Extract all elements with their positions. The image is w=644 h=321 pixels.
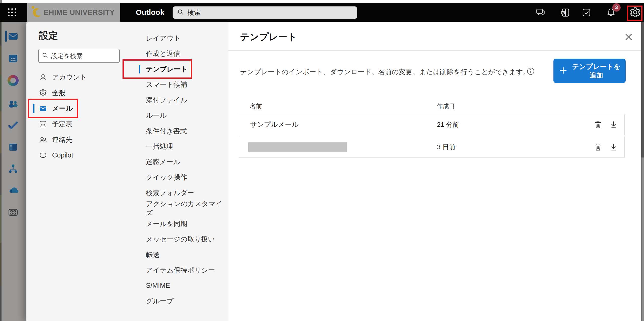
calendar-icon <box>39 120 47 128</box>
section-customize-actions[interactable]: アクションのカスタマイズ <box>146 201 229 216</box>
app-launcher-waffle-icon[interactable] <box>7 7 17 17</box>
table-row[interactable]: サンプルメール 21 分前 <box>239 114 625 135</box>
search-icon <box>177 9 184 16</box>
section-forwarding[interactable]: 転送 <box>146 247 229 263</box>
column-header-name: 名前 <box>250 102 262 110</box>
notification-badge: 3 <box>612 3 621 12</box>
download-icon[interactable] <box>609 142 619 152</box>
plus-icon <box>558 66 568 76</box>
section-label: メッセージの取り扱い <box>146 235 215 244</box>
category-copilot[interactable]: Copilot <box>33 147 127 163</box>
gear-icon <box>39 89 47 97</box>
page-title: テンプレート <box>240 31 297 43</box>
settings-search-placeholder: 設定を検索 <box>51 52 83 60</box>
ehime-logo-text: EHIME UNIVERSITY <box>44 8 115 17</box>
annotation-box-mail-category <box>28 99 78 118</box>
search-placeholder: 検索 <box>187 8 200 17</box>
people-icon <box>39 136 47 144</box>
panel-description: テンプレートのインポート、ダウンロード、名前の変更、または削除を行うことができま… <box>240 67 530 76</box>
section-label: グループ <box>146 297 174 306</box>
section-label: 検索フォルダー <box>146 188 194 197</box>
add-button-line1: テンプレートを <box>572 63 621 70</box>
ehime-logo-mark-icon <box>31 5 41 20</box>
todo-icon[interactable] <box>581 7 592 18</box>
svg-text:N: N <box>562 11 564 14</box>
template-created: 3 日前 <box>437 136 456 157</box>
section-retention-policies[interactable]: アイテム保持ポリシー <box>146 263 229 278</box>
column-header-created: 作成日 <box>437 102 455 110</box>
category-label: アカウント <box>52 73 87 82</box>
table-row[interactable]: 3 日前 <box>239 136 625 158</box>
section-label: アイテム保持ポリシー <box>146 266 215 275</box>
panel-divider <box>228 50 641 51</box>
section-label: アクションのカスタマイズ <box>146 199 229 217</box>
section-sweep[interactable]: 一括処理 <box>146 139 229 154</box>
section-rules[interactable]: ルール <box>146 108 229 124</box>
add-template-button[interactable]: テンプレートを 追加 <box>553 59 626 83</box>
section-smime[interactable]: S/MIME <box>146 278 229 294</box>
copilot-icon <box>39 151 47 159</box>
category-label: Copilot <box>52 151 73 159</box>
category-calendar[interactable]: 予定表 <box>33 116 127 132</box>
category-account[interactable]: アカウント <box>33 69 127 85</box>
person-icon <box>39 73 47 81</box>
teams-chat-icon[interactable] <box>535 7 546 18</box>
section-label: 条件付き書式 <box>146 127 187 136</box>
section-label: 転送 <box>146 250 159 259</box>
annotation-box-template-section <box>123 59 192 79</box>
section-junk-email[interactable]: 迷惑メール <box>146 154 229 170</box>
section-conditional-formatting[interactable]: 条件付き書式 <box>146 123 229 139</box>
section-search-folders[interactable]: 検索フォルダー <box>146 185 229 201</box>
info-icon[interactable] <box>527 67 535 75</box>
delete-trash-icon[interactable] <box>593 142 603 152</box>
add-button-line2: 追加 <box>589 71 603 79</box>
section-message-handling[interactable]: メッセージの取り扱い <box>146 232 229 247</box>
section-label: 迷惑メール <box>146 157 180 167</box>
section-label: 作成と返信 <box>146 49 180 58</box>
section-label: クイック操作 <box>146 173 187 182</box>
browser-edge-notch <box>1 0 2 3</box>
close-icon[interactable] <box>623 32 634 42</box>
browser-edge-strip <box>0 0 644 3</box>
section-layout[interactable]: レイアウト <box>146 30 229 46</box>
redacted-name-bar <box>248 142 347 152</box>
settings-search-input[interactable]: 設定を検索 <box>38 49 120 63</box>
category-contacts[interactable]: 連絡先 <box>33 132 127 147</box>
section-compose-reply[interactable]: 作成と返信 <box>146 46 229 62</box>
section-attachments[interactable]: 添付ファイル <box>146 92 229 108</box>
template-created: 21 分前 <box>437 114 459 135</box>
section-smart-suggestions[interactable]: スマート候補 <box>146 77 229 93</box>
settings-dialog-title: 設定 <box>39 29 58 42</box>
modal-dim-overlay <box>0 22 26 321</box>
section-label: 一括処理 <box>146 142 173 151</box>
category-general[interactable]: 全般 <box>33 85 127 101</box>
delete-trash-icon[interactable] <box>593 120 603 130</box>
onenote-feed-icon[interactable]: N <box>560 7 571 18</box>
outlook-brand: Outlook <box>136 3 164 22</box>
search-icon <box>42 52 48 59</box>
section-label: ルール <box>146 111 167 120</box>
download-icon[interactable] <box>609 120 619 130</box>
outlook-settings-screen: EHIME UNIVERSITY Outlook 検索 N 3 <box>0 0 644 321</box>
section-label: メールを同期 <box>146 219 187 228</box>
template-name: サンプルメール <box>250 114 299 135</box>
category-label: 予定表 <box>52 119 72 129</box>
section-sync-email[interactable]: メールを同期 <box>146 216 229 232</box>
annotation-box-settings-gear <box>627 6 642 21</box>
section-label: レイアウト <box>146 34 181 43</box>
section-groups[interactable]: グループ <box>146 294 229 309</box>
category-label: 全般 <box>52 88 66 97</box>
global-search-input[interactable]: 検索 <box>173 6 357 19</box>
section-label: スマート候補 <box>146 80 187 89</box>
ehime-university-logo: EHIME UNIVERSITY <box>27 3 120 22</box>
section-label: 添付ファイル <box>146 96 187 105</box>
category-label: 連絡先 <box>52 135 72 144</box>
section-quick-steps[interactable]: クイック操作 <box>146 170 229 185</box>
scrollbar-thumb[interactable] <box>641 22 644 157</box>
section-label: S/MIME <box>146 282 170 290</box>
